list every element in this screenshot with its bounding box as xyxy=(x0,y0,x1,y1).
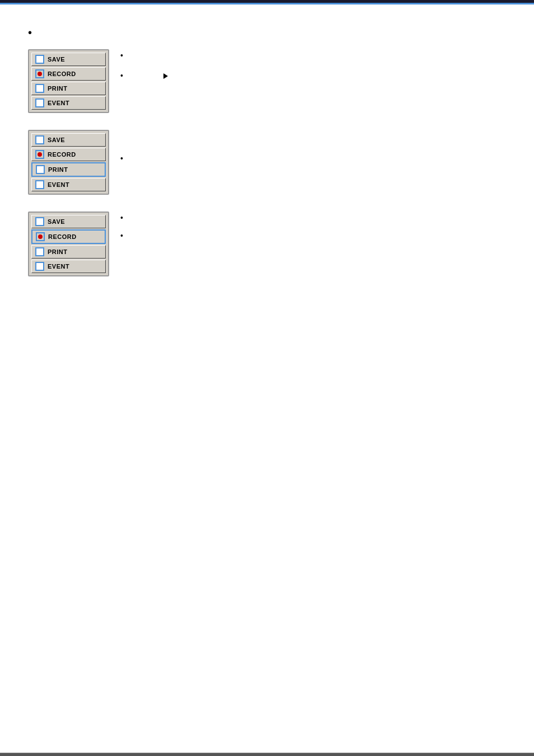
bullet-item-1-1: • xyxy=(120,50,168,62)
bullet-dot-1-1: • xyxy=(120,50,123,62)
main-content: • SAVE RECORD PRINT xyxy=(0,4,534,316)
save-checkbox-icon-2 xyxy=(35,135,44,144)
print-button-2[interactable]: PRINT xyxy=(31,162,106,177)
event-button-3[interactable]: EVENT xyxy=(31,260,106,273)
event-label-3: EVENT xyxy=(48,263,69,270)
save-button-1[interactable]: SAVE xyxy=(31,53,106,66)
record-label-3: RECORD xyxy=(48,233,77,240)
bullets-right-1: • • xyxy=(120,49,168,83)
record-button-3[interactable]: RECORD xyxy=(31,229,106,244)
record-dot-3 xyxy=(38,234,43,239)
bullet-item-3-1: • xyxy=(120,213,128,224)
bottom-bar xyxy=(0,753,534,756)
print-checkbox-icon-3 xyxy=(35,247,44,256)
section-row-3: SAVE RECORD PRINT EVENT xyxy=(28,212,506,276)
save-label-3: SAVE xyxy=(48,218,65,225)
bullet-dot-2-1: • xyxy=(120,153,123,165)
print-label-1: PRINT xyxy=(48,85,68,92)
record-icon-2 xyxy=(35,150,44,159)
button-panel-2: SAVE RECORD PRINT EVENT xyxy=(28,130,109,195)
bullets-right-3: • • xyxy=(120,212,128,243)
record-icon-3 xyxy=(36,232,45,241)
section-group-2: SAVE RECORD PRINT EVENT xyxy=(28,130,506,195)
section-group-3: SAVE RECORD PRINT EVENT xyxy=(28,212,506,276)
bullet-item-2-1: • xyxy=(120,153,128,165)
arrow-icon-1 xyxy=(161,72,168,80)
save-button-2[interactable]: SAVE xyxy=(31,133,106,147)
print-checkbox-icon-2 xyxy=(36,165,45,174)
save-button-3[interactable]: SAVE xyxy=(31,215,106,228)
top-bullet-item: • xyxy=(28,27,506,38)
save-label-2: SAVE xyxy=(48,137,65,143)
save-label-1: SAVE xyxy=(48,56,65,63)
event-checkbox-icon-1 xyxy=(35,98,44,107)
bullet-dot-1-2: • xyxy=(120,71,123,82)
bullet-item-1-2: • xyxy=(120,71,168,82)
right-arrow-1 xyxy=(163,73,168,79)
event-checkbox-icon-2 xyxy=(35,180,44,189)
print-label-2: PRINT xyxy=(48,166,68,173)
button-panel-3: SAVE RECORD PRINT EVENT xyxy=(28,212,109,276)
record-button-2[interactable]: RECORD xyxy=(31,148,106,161)
record-icon-1 xyxy=(35,69,44,78)
save-checkbox-icon-3 xyxy=(35,217,44,226)
section-row-1: SAVE RECORD PRINT EVENT xyxy=(28,49,506,113)
print-label-3: PRINT xyxy=(48,248,68,255)
event-label-2: EVENT xyxy=(48,181,69,188)
event-checkbox-icon-3 xyxy=(35,262,44,271)
section-group-1: SAVE RECORD PRINT EVENT xyxy=(28,49,506,113)
bullet-dot-3-2: • xyxy=(120,231,123,242)
button-panel-1: SAVE RECORD PRINT EVENT xyxy=(28,49,109,113)
print-button-3[interactable]: PRINT xyxy=(31,245,106,259)
bullets-right-2: • xyxy=(120,130,128,167)
section-row-2: SAVE RECORD PRINT EVENT xyxy=(28,130,506,195)
bullet-dot-3-1: • xyxy=(120,213,123,224)
record-dot-2 xyxy=(38,152,42,157)
event-label-1: EVENT xyxy=(48,100,69,106)
bullet-item-3-2: • xyxy=(120,231,128,242)
event-button-2[interactable]: EVENT xyxy=(31,178,106,191)
record-label-1: RECORD xyxy=(48,71,76,77)
print-checkbox-icon-1 xyxy=(35,84,44,93)
print-button-1[interactable]: PRINT xyxy=(31,82,106,95)
save-checkbox-icon-1 xyxy=(35,55,44,64)
record-dot-1 xyxy=(38,72,42,76)
event-button-1[interactable]: EVENT xyxy=(31,96,106,110)
record-label-2: RECORD xyxy=(48,151,76,158)
bullet-dot: • xyxy=(28,27,32,38)
top-bar xyxy=(0,0,534,4)
record-button-1[interactable]: RECORD xyxy=(31,67,106,81)
